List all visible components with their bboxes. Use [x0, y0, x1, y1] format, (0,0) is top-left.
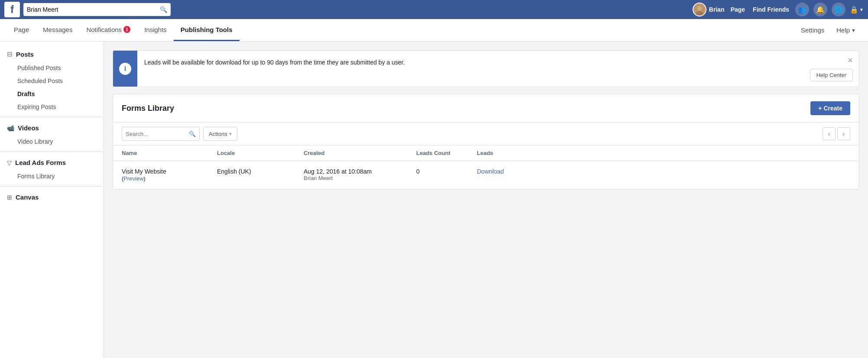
- posts-icon: ⊟: [7, 50, 13, 58]
- lock-symbol: 🔒: [850, 6, 858, 14]
- sidebar: ⊟ Posts Published Posts Scheduled Posts …: [0, 42, 104, 358]
- sidebar-lead-ads-label: Lead Ads Forms: [15, 159, 66, 166]
- table-row: Visit My Website (Preview) English (UK) …: [113, 161, 859, 189]
- info-banner-icon-col: i: [113, 51, 137, 87]
- sidebar-item-drafts[interactable]: Drafts: [0, 87, 104, 100]
- col-header-name: Name: [113, 145, 208, 161]
- sidebar-section-lead-ads-header[interactable]: ▽ Lead Ads Forms: [0, 155, 104, 170]
- info-circle: i: [119, 63, 131, 75]
- home-link[interactable]: Page: [729, 6, 747, 13]
- table-header-row: Name Locale Created Leads Count Leads: [113, 145, 859, 161]
- tab-notifications[interactable]: Notifications 1: [79, 19, 137, 41]
- create-button[interactable]: + Create: [810, 101, 850, 115]
- form-created-cell: Aug 12, 2016 at 10:08am Brian Meert: [295, 161, 408, 189]
- forms-table: Name Locale Created Leads Count Leads Vi…: [113, 145, 859, 189]
- form-name-cell: Visit My Website (Preview): [113, 161, 208, 189]
- sidebar-item-published-posts[interactable]: Published Posts: [0, 61, 104, 74]
- search-wrap: 🔍: [122, 127, 200, 141]
- search-input[interactable]: [27, 6, 157, 13]
- facebook-f-icon: f: [10, 4, 14, 15]
- nav-caret: ▼: [859, 7, 864, 12]
- form-leads-count-cell: 0: [408, 161, 468, 189]
- info-banner-actions: × Help Center: [804, 51, 859, 87]
- download-link[interactable]: Download: [477, 168, 504, 175]
- help-caret-icon: ▼: [851, 28, 856, 33]
- created-date: Aug 12, 2016 at 10:08am: [304, 168, 399, 175]
- form-name: Visit My Website: [122, 168, 200, 175]
- actions-button[interactable]: Actions ▾: [203, 127, 237, 141]
- sidebar-item-scheduled-posts[interactable]: Scheduled Posts: [0, 74, 104, 87]
- toolbar-left: 🔍 Actions ▾: [122, 127, 237, 141]
- sidebar-divider-3: [0, 186, 104, 187]
- top-nav: f 🔍 Brian Page Find Friends 👥 🔔 🌐 🔒 ▼: [0, 0, 868, 19]
- forms-card-header: Forms Library + Create: [113, 94, 859, 123]
- content-area: i Leads will be available for download f…: [104, 42, 868, 358]
- notifications-icon[interactable]: 🔔: [813, 3, 827, 16]
- sidebar-section-posts: ⊟ Posts Published Posts Scheduled Posts …: [0, 47, 104, 113]
- page-tabs: Page Messages Notifications 1 Insights P…: [0, 19, 868, 42]
- notifications-badge: 1: [123, 26, 130, 33]
- sidebar-section-videos: 📹 Videos Video Library: [0, 121, 104, 148]
- user-profile[interactable]: Brian: [693, 3, 725, 16]
- next-page-button[interactable]: ›: [837, 127, 850, 140]
- col-header-leads-count: Leads Count: [408, 145, 468, 161]
- avatar: [693, 3, 706, 16]
- canvas-icon: ⊞: [7, 194, 12, 201]
- sidebar-divider-1: [0, 117, 104, 117]
- search-bar: 🔍: [23, 3, 171, 16]
- sidebar-item-forms-library[interactable]: Forms Library: [0, 170, 104, 183]
- svg-point-1: [697, 6, 702, 11]
- toolbar-right: ‹ ›: [823, 127, 850, 140]
- find-friends-link[interactable]: Find Friends: [751, 6, 791, 13]
- forms-library-title: Forms Library: [122, 104, 174, 113]
- form-locale-cell: English (UK): [208, 161, 295, 189]
- sidebar-canvas-label: Canvas: [16, 194, 39, 201]
- globe-icon[interactable]: 🌐: [832, 3, 845, 16]
- form-leads-action-cell: Download: [468, 161, 859, 189]
- tab-page[interactable]: Page: [7, 19, 36, 41]
- created-by: Brian Meert: [304, 175, 399, 181]
- col-header-leads: Leads: [468, 145, 859, 161]
- forms-search-input[interactable]: [126, 131, 186, 137]
- tab-help[interactable]: Help ▼: [831, 19, 861, 41]
- prev-page-button[interactable]: ‹: [823, 127, 836, 140]
- sidebar-section-videos-header[interactable]: 📹 Videos: [0, 121, 104, 135]
- info-banner: i Leads will be available for download f…: [113, 50, 859, 87]
- lock-icon[interactable]: 🔒 ▼: [850, 6, 864, 14]
- fb-logo[interactable]: f: [4, 2, 20, 17]
- sidebar-item-expiring-posts[interactable]: Expiring Posts: [0, 100, 104, 113]
- user-avatar-img: [693, 3, 706, 16]
- forms-library-card: Forms Library + Create 🔍 Actions ▾ ‹: [113, 94, 859, 190]
- main-layout: ⊟ Posts Published Posts Scheduled Posts …: [0, 42, 868, 358]
- friends-icon[interactable]: 👥: [795, 3, 809, 16]
- close-banner-button[interactable]: ×: [848, 56, 853, 65]
- filter-icon: ▽: [7, 159, 12, 166]
- help-center-button[interactable]: Help Center: [810, 69, 853, 81]
- sidebar-section-posts-header[interactable]: ⊟ Posts: [0, 47, 104, 61]
- video-icon: 📹: [7, 125, 14, 132]
- col-header-created: Created: [295, 145, 408, 161]
- preview-link[interactable]: Preview: [123, 175, 143, 182]
- info-banner-body: Leads will be available for download for…: [137, 51, 804, 87]
- sidebar-videos-label: Videos: [18, 124, 39, 132]
- search-icon-sm: 🔍: [189, 131, 196, 137]
- sidebar-posts-label: Posts: [16, 51, 34, 58]
- tab-settings[interactable]: Settings: [794, 19, 831, 41]
- tab-publishing-tools[interactable]: Publishing Tools: [174, 19, 240, 41]
- sidebar-section-lead-ads: ▽ Lead Ads Forms Forms Library: [0, 155, 104, 183]
- sidebar-section-canvas-header[interactable]: ⊞ Canvas: [0, 190, 104, 204]
- tab-insights[interactable]: Insights: [137, 19, 174, 41]
- sidebar-section-canvas: ⊞ Canvas: [0, 190, 104, 204]
- tab-messages[interactable]: Messages: [36, 19, 79, 41]
- sidebar-divider-2: [0, 152, 104, 152]
- forms-toolbar: 🔍 Actions ▾ ‹ ›: [113, 123, 859, 145]
- user-name: Brian: [709, 6, 725, 13]
- nav-right: Brian Page Find Friends 👥 🔔 🌐 🔒 ▼: [693, 3, 864, 16]
- actions-caret-icon: ▾: [229, 131, 232, 137]
- sidebar-item-video-library[interactable]: Video Library: [0, 135, 104, 148]
- col-header-locale: Locale: [208, 145, 295, 161]
- search-icon: 🔍: [160, 6, 167, 13]
